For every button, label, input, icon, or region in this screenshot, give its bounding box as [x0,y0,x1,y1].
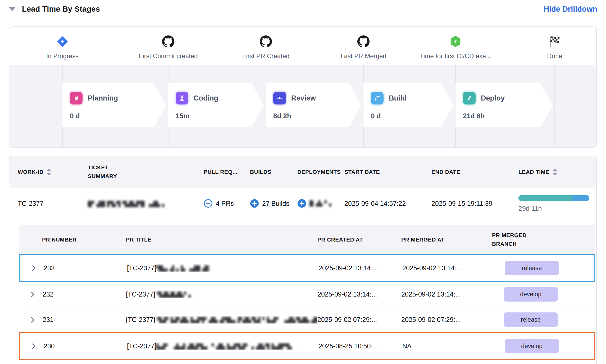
expand-chevron-icon[interactable] [31,265,36,272]
sort-icon[interactable] [47,169,51,175]
ticket-summary-redacted: █▘▟█ ▛▙▜ ▜▟▙▛█ ▗▟▙ ▖ [88,201,167,207]
lead-time-by-stages-panel: Lead Time By Stages Hide Drilldown In Pr… [0,0,606,364]
col-label: LEAD TIME [518,169,549,175]
jira-status-icon [9,35,119,48]
cicd-green-icon: ∞ [399,35,512,48]
col-label: BUILDS [250,169,271,175]
col-pr-merged-at: PR MERGED AT [401,236,485,243]
expand-chevron-icon[interactable] [30,291,35,298]
col-label: TICKET SUMMARY [88,163,124,180]
pr-title-redacted: ▜▟▙█▟▙▘▖ [157,292,193,298]
planning-icon [70,92,83,104]
work-items-table: WORK-ID TICKET SUMMARY PULL REQ... BUILD… [9,156,597,364]
builds-cell[interactable]: 27 Builds [250,199,297,208]
pr-created-at: 2025-09-02 13:14:... [317,290,401,298]
pr-merged-at: 2025-09-02 13:14:... [401,290,485,298]
pr-merged-at: 2025-09-02 07:29:... [401,316,485,324]
work-id-value: TC-2377 [18,200,88,207]
col-label: DEPLOYMENTS [297,169,341,175]
col-label: END DATE [431,169,460,175]
pr-merged-at: NA [402,342,486,350]
pr-row-231[interactable]: 231 [TC-2377] ▜▟▘▙▛▟▙ ▙▟▜▘▟▙ ▟▜▙▖▛▟▙▜▟ ▘… [19,307,595,332]
col-deployments: DEPLOYMENTS [297,169,344,175]
github-icon [111,35,225,48]
pr-number: 230 [44,342,55,350]
pr-row-233[interactable]: 233 [TC-2377]▜▙▖▟ ▖▙ ▗▟█ ▟▌ 2025-09-02 1… [19,254,595,282]
milestone-done: Done [498,35,597,60]
work-table-header: WORK-ID TICKET SUMMARY PULL REQ... BUILD… [9,156,596,188]
milestone-label: Done [498,52,597,60]
col-end-date: END DATE [431,169,518,175]
minus-circle-icon [204,199,213,208]
collapse-triangle-icon[interactable] [9,7,16,11]
pr-title-redacted: ▙▟▘ ▗▙▟ ▟▙▛▙▖ ▘▟▙ ▙▟▜▟▘ ▖▟▙▜ ▙▟▛▜▖ [156,343,294,350]
stage-card-coding: Coding 15m [168,83,264,127]
stage-card-deploy: Deploy 21d 8h [455,83,553,127]
expand-chevron-icon[interactable] [30,316,35,323]
pr-title-prefix: [TC-2377] [126,290,155,298]
pr-table-header: PR NUMBER PR TITLE PR CREATED AT PR MERG… [19,225,595,254]
lead-time-value: 29d 11h [518,205,596,212]
stage-duration: 0 d [371,112,453,120]
pr-row-230[interactable]: 230 [TC-2377]▙▟▘ ▗▙▟ ▟▙▛▙▖ ▘▟▙ ▙▟▜▟▘ ▖▟▙… [19,332,595,360]
col-label: PR MERGED BRANCH [492,231,533,248]
milestone-label: In Progress [9,52,119,60]
pr-number: 232 [43,290,54,298]
end-date-value: 2025-09-15 19:11:39 [431,200,518,207]
milestone-first-commit: First Commit created [111,35,225,60]
deployments-redacted: █▗▙ ▘▖ [309,200,334,207]
col-work-id: WORK-ID [18,169,88,175]
col-pr-created-at: PR CREATED AT [317,236,401,243]
stages-pipeline-box: In Progress First Commit created First P… [9,26,597,148]
pr-title-ellipsis: ... [294,342,302,350]
milestone-label: Time for first CI/CD exe... [399,52,512,60]
stages-band: Planning 0 d Coding 15m Revi [9,65,596,147]
pr-row-232[interactable]: 232 [TC-2377] ▜▟▙█▟▙▘▖ 2025-09-02 13:14:… [19,282,595,307]
github-icon [209,35,323,48]
stage-card-review: Review 8d 2h [266,83,361,127]
expand-chevron-icon[interactable] [31,343,36,350]
col-label: START DATE [344,169,380,175]
stage-duration: 0 d [70,112,166,120]
pr-title-prefix: [TC-2377] [127,264,156,272]
branch-badge: release [504,312,558,327]
sort-icon[interactable] [553,169,557,175]
pr-title-redacted: ▜▟▘▙▛▟▙ ▙▟▜▘▟▙ ▟▜▙▖▛▟▙▜▟ ▘▙▟▘ ▗▟▙▜▟▙ ▟▛▙ [157,317,317,323]
col-pr-merged-branch: PR MERGED BRANCH [485,231,595,248]
review-icon [273,92,286,104]
pr-number: 231 [43,316,54,324]
pr-merged-at: 2025-09-02 13:14:... [402,264,486,272]
coding-icon [176,92,188,104]
col-ticket-summary: TICKET SUMMARY [88,163,204,180]
col-start-date: START DATE [344,169,431,175]
col-pr-title: PR TITLE [107,236,317,243]
col-label: PULL REQ... [204,169,238,175]
branch-badge: develop [504,287,558,302]
pr-created-at: 2025-09-02 07:29:... [317,316,401,324]
milestone-cicd: ∞ Time for first CI/CD exe... [399,35,512,60]
build-icon [371,92,384,104]
pr-created-at: 2025-09-02 13:14:... [318,264,402,272]
milestone-in-progress: In Progress [9,35,119,60]
panel-header: Lead Time By Stages Hide Drilldown [9,2,597,16]
builds-count: 27 Builds [262,200,289,207]
deploy-rocket-icon [463,92,476,104]
lead-time-cell: 29d 11h [518,195,596,212]
work-item-row: TC-2377 █▘▟█ ▛▙▜ ▜▟▙▛█ ▗▟▙ ▖ 4 PRs 27 Bu… [9,188,596,219]
pr-created-at: 2025-08-25 10:50:... [318,342,402,350]
pull-requests-cell[interactable]: 4 PRs [204,199,250,208]
hide-drilldown-link[interactable]: Hide Drilldown [544,5,597,13]
stage-name: Coding [194,94,218,102]
col-lead-time: LEAD TIME [518,169,596,175]
pr-number: 233 [44,264,55,272]
deployments-cell[interactable]: █▗▙ ▘▖ [297,199,344,208]
plus-circle-icon [297,199,306,208]
checkered-flag-icon [498,35,597,48]
col-pr-number: PR NUMBER [19,236,107,243]
milestone-label: First Commit created [111,52,225,60]
col-pull-requests: PULL REQ... [204,169,250,175]
stage-name: Planning [88,94,118,102]
pr-title-redacted: ▜▙▖▟ ▖▙ ▗▟█ ▟▌ [156,265,211,272]
stage-name: Build [389,94,407,102]
stage-duration: 15m [176,112,264,120]
